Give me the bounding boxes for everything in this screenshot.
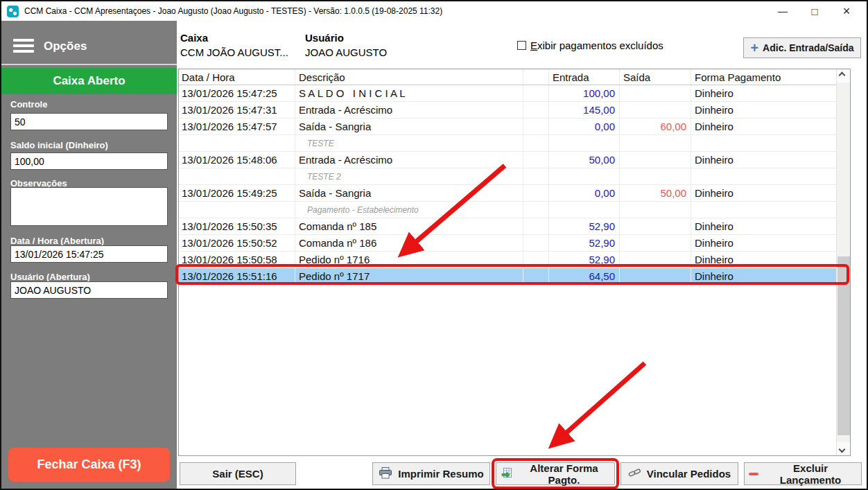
controle-label: Controle: [10, 99, 47, 110]
table-row[interactable]: 13/01/2026 15:51:16Pedido nº 171764,50Di…: [179, 268, 836, 285]
app-icon: [7, 6, 19, 17]
table-cell: [549, 202, 620, 218]
table-cell: 13/01/2026 15:47:57: [179, 119, 295, 134]
table-note-row[interactable]: TESTE 2: [179, 168, 836, 185]
usuario-abertura-label: Usuário (Abertura): [10, 272, 90, 282]
table-row[interactable]: 13/01/2026 15:49:25Saída - Sangria0,0050…: [179, 185, 836, 202]
scroll-down-button[interactable]: [837, 442, 850, 455]
column-header-entrada[interactable]: Entrada: [549, 69, 620, 85]
table-cell: TESTE 2: [295, 168, 523, 184]
minimize-button[interactable]: —: [767, 1, 799, 21]
change-payment-icon: [501, 467, 512, 480]
alterar-forma-pagto-button[interactable]: Alterar Forma Pagto.: [496, 462, 615, 485]
column-header-descricao[interactable]: Descrição: [295, 69, 523, 85]
table-cell: [523, 135, 549, 151]
table-cell: [523, 202, 549, 218]
imprimir-resumo-button[interactable]: Imprimir Resumo: [372, 462, 490, 485]
table-cell: 13/01/2026 15:50:52: [179, 235, 295, 251]
column-header-forma-pagamento[interactable]: Forma Pagamento: [691, 69, 836, 85]
table-note-row[interactable]: Pagamento - Estabelecimento: [179, 202, 836, 218]
hamburger-menu-icon[interactable]: [13, 39, 34, 55]
sair-label: Sair (ESC): [212, 468, 263, 480]
column-header-spacer: [523, 69, 549, 85]
fechar-caixa-button[interactable]: Fechar Caixa (F3): [8, 448, 170, 482]
table-cell: 13/01/2026 15:47:31: [179, 102, 295, 118]
checkbox[interactable]: [517, 41, 526, 50]
table-cell: [523, 185, 549, 201]
scrollbar-thumb[interactable]: [837, 256, 850, 435]
column-header-data-hora[interactable]: Data / Hora: [179, 69, 295, 85]
link-icon: [628, 468, 641, 480]
table-cell: 0,00: [549, 119, 620, 134]
table-cell: 100,00: [549, 85, 620, 101]
table-cell: Pedido nº 1717: [295, 268, 523, 284]
usuario-abertura-field[interactable]: [10, 281, 168, 299]
vincular-pedidos-button[interactable]: Vincular Pedidos: [620, 462, 738, 485]
saldo-inicial-field[interactable]: [10, 152, 168, 170]
show-excluded-checkbox-row[interactable]: Exibir pagamentos excluídos: [517, 40, 663, 51]
table-cell: 0,00: [549, 185, 620, 201]
table-cell: [523, 252, 549, 268]
caixa-label: Caixa: [180, 32, 208, 44]
table-cell: Comanda nº 185: [295, 218, 523, 234]
controle-field[interactable]: [10, 113, 168, 130]
table-cell: Dinheiro: [691, 102, 836, 118]
table-cell: [179, 135, 295, 151]
observacoes-field[interactable]: [10, 187, 168, 226]
table-cell: [620, 85, 691, 101]
table-row[interactable]: 13/01/2026 15:47:57Saída - Sangria0,0060…: [179, 119, 836, 135]
printer-icon: [379, 467, 392, 481]
maximize-button[interactable]: □: [799, 1, 831, 21]
table-row[interactable]: 13/01/2026 15:47:25S A L D O I N I C I A…: [179, 85, 836, 102]
table-cell: 13/01/2026 15:48:06: [179, 152, 295, 168]
table-cell: 13/01/2026 15:50:35: [179, 218, 295, 234]
table-cell: [549, 168, 620, 184]
grid-header-row: Data / Hora Descrição Entrada Saída Form…: [179, 69, 836, 85]
table-cell: Dinheiro: [691, 268, 836, 284]
table-cell: 50,00: [620, 185, 691, 201]
table-cell: Dinheiro: [691, 185, 836, 201]
table-cell: [691, 202, 836, 218]
table-cell: Dinheiro: [691, 252, 836, 268]
scroll-up-button[interactable]: [837, 69, 850, 82]
add-entrada-saida-label: Adic. Entrada/Saída: [763, 42, 853, 53]
table-cell: Dinheiro: [691, 235, 836, 251]
table-cell: Pedido nº 1716: [295, 252, 523, 268]
table-cell: 60,00: [620, 119, 691, 134]
table-cell: 52,90: [549, 252, 620, 268]
table-cell: S A L D O I N I C I A L: [295, 85, 523, 101]
table-cell: 50,00: [549, 152, 620, 168]
column-header-saida[interactable]: Saída: [620, 69, 691, 85]
table-cell: [549, 135, 620, 151]
data-abertura-field[interactable]: [10, 245, 168, 263]
status-badge: Caixa Aberto: [1, 68, 177, 94]
table-row[interactable]: 13/01/2026 15:50:58Pedido nº 171652,90Di…: [179, 252, 836, 268]
chevron-up-icon: [839, 72, 846, 79]
table-cell: Entrada - Acréscimo: [295, 152, 523, 168]
titlebar: CCM Caixa - CCM Apresentaçoes - Joao Aug…: [1, 1, 867, 21]
excluir-lancamento-button[interactable]: Excluir Lançamento: [744, 462, 862, 485]
table-cell: [691, 135, 836, 151]
window-controls: — □ ×: [767, 1, 862, 21]
table-cell: [620, 218, 691, 234]
sair-button[interactable]: Sair (ESC): [180, 462, 296, 485]
table-note-row[interactable]: TESTE: [179, 135, 836, 152]
table-cell: Dinheiro: [691, 218, 836, 234]
table-cell: [523, 235, 549, 251]
main-area: Caixa CCM JOÃO AUGUST... Usuário JOAO AU…: [177, 21, 867, 489]
table-row[interactable]: 13/01/2026 15:48:06Entrada - Acréscimo50…: [179, 152, 836, 168]
table-row[interactable]: 13/01/2026 15:50:35Comanda nº 18552,90Di…: [179, 218, 836, 235]
table-row[interactable]: 13/01/2026 15:50:52Comanda nº 18652,90Di…: [179, 235, 836, 252]
table-cell: 64,50: [549, 268, 620, 284]
caixa-value: CCM JOÃO AUGUST...: [180, 46, 288, 58]
table-cell: [691, 168, 836, 184]
add-entrada-saida-button[interactable]: + Adic. Entrada/Saída: [743, 37, 861, 58]
menu-label[interactable]: Opções: [44, 40, 87, 53]
grid-scrollbar[interactable]: [836, 69, 850, 455]
close-button[interactable]: ×: [831, 1, 862, 21]
table-row[interactable]: 13/01/2026 15:47:31Entrada - Acréscimo14…: [179, 102, 836, 119]
table-cell: 52,90: [549, 235, 620, 251]
chevron-down-icon: [839, 446, 846, 453]
table-cell: [523, 85, 549, 101]
table-cell: Entrada - Acréscimo: [295, 102, 523, 118]
